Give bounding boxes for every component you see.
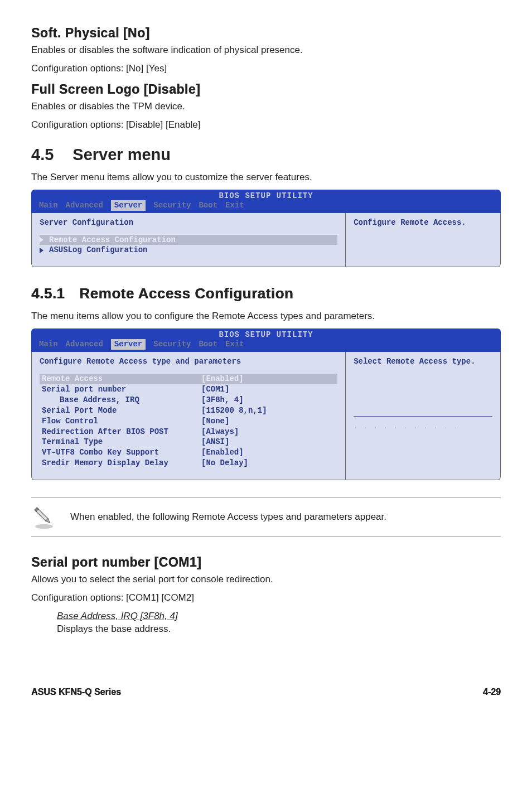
bios-param-value: [Enabled]: [201, 447, 244, 458]
note-text: When enabled, the following Remote Acces…: [70, 511, 386, 524]
bios-param-value: [Enabled]: [201, 374, 244, 384]
soft-physical-desc1: Enables or disables the software indicat…: [31, 44, 501, 57]
bios-item-asuslog-config[interactable]: ASUSLog Configuration: [40, 245, 337, 255]
bios-tab-server[interactable]: Server: [111, 200, 146, 211]
bios-param-name: Flow Control: [40, 416, 201, 427]
bios-param-row[interactable]: Terminal Type[ANSI]: [40, 437, 337, 447]
section-number: 4.5: [31, 144, 54, 166]
bios-tab-exit[interactable]: Exit: [225, 200, 244, 211]
bios-param-value: [3F8h, 4]: [201, 395, 244, 405]
bios-tab-boot[interactable]: Boot: [199, 339, 217, 350]
bios-help-pane: Configure Remote Access.: [346, 213, 501, 268]
subsection-title: Remote Access Configuration: [79, 284, 293, 303]
soft-physical-desc2: Configuration options: [No] [Yes]: [31, 62, 501, 75]
bios-param-name: Redirection After BIOS POST: [40, 427, 201, 437]
bios-help-ghost: . . . . . . . . . . .: [354, 424, 459, 430]
bios-tab-advanced[interactable]: Advanced: [66, 200, 103, 211]
bios-param-value: [Always]: [201, 427, 239, 437]
heading-soft-physical: Soft. Physical [No]: [31, 25, 501, 42]
bios-item-label: ASUSLog Configuration: [49, 245, 147, 254]
pencil-icon: [31, 504, 57, 530]
bios-param-value: [115200 8,n,1]: [201, 405, 267, 416]
bios-param-value: [None]: [201, 416, 229, 427]
bios-tab-security[interactable]: Security: [153, 339, 191, 350]
sub-text-base-address: Displays the base address.: [57, 623, 501, 636]
subsection-number: 4.5.1: [31, 284, 65, 303]
bios-param-name: VT-UTF8 Combo Key Support: [40, 447, 201, 458]
bios-param-value: [COM1]: [201, 384, 229, 395]
bios-tab-server[interactable]: Server: [111, 339, 146, 350]
bios-param-row[interactable]: Serial Port Mode[115200 8,n,1]: [40, 405, 337, 416]
bios-screenshot-remote-access: BIOS SETUP UTILITY Main Advanced Server …: [31, 328, 501, 480]
bios-param-row[interactable]: Base Address, IRQ[3F8h, 4]: [40, 395, 337, 405]
note-block: When enabled, the following Remote Acces…: [31, 497, 501, 537]
bios-param-value: [ANSI]: [201, 437, 229, 447]
bios-tab-boot[interactable]: Boot: [199, 200, 217, 211]
bios-param-value: [No Delay]: [201, 458, 248, 468]
section-title: Server menu: [72, 144, 171, 166]
bios-help-pane: Select Remote Access type. . . . . . . .…: [346, 352, 501, 480]
bios-tab-advanced[interactable]: Advanced: [66, 339, 103, 350]
bios-section-heading: Server Configuration: [40, 218, 337, 228]
footer-product: ASUS KFN5-Q Series: [31, 686, 121, 698]
bios-param-name: Remote Access: [40, 374, 201, 384]
bios-tab-exit[interactable]: Exit: [225, 339, 244, 350]
bios-param-name: Sredir Memory Display Delay: [40, 458, 201, 468]
bios-param-row[interactable]: Flow Control[None]: [40, 416, 337, 427]
sub-heading-base-address: Base Address, IRQ [3F8h, 4]: [57, 610, 501, 623]
footer-page: 4-29: [483, 686, 501, 698]
heading-full-screen-logo: Full Screen Logo [Disable]: [31, 81, 501, 98]
serial-desc2: Configuration options: [COM1] [COM2]: [31, 592, 501, 605]
svg-point-0: [35, 524, 53, 529]
bios-item-remote-access-config[interactable]: Remote Access Configuration: [40, 235, 337, 245]
bios-tab-row: Main Advanced Server Security Boot Exit: [39, 200, 493, 211]
arrow-icon: [40, 248, 43, 253]
bios-param-name: Serial Port Mode: [40, 405, 201, 416]
bios-item-label: Remote Access Configuration: [49, 235, 176, 244]
bios-tab-main[interactable]: Main: [39, 200, 58, 211]
arrow-icon: [40, 237, 43, 243]
bios-screenshot-server-config: BIOS SETUP UTILITY Main Advanced Server …: [31, 190, 501, 267]
bios-param-row[interactable]: VT-UTF8 Combo Key Support[Enabled]: [40, 447, 337, 458]
remote-desc: The menu items allow you to configure th…: [31, 310, 501, 323]
bios-param-row[interactable]: Redirection After BIOS POST[Always]: [40, 427, 337, 437]
bios-param-name: Base Address, IRQ: [40, 395, 201, 405]
bios-param-row[interactable]: Serial port number[COM1]: [40, 384, 337, 395]
bios-help-text: Select Remote Access type.: [354, 357, 475, 366]
bios-param-name: Terminal Type: [40, 437, 201, 447]
fsl-desc2: Configuration options: [Disable] [Enable…: [31, 119, 501, 132]
heading-serial-port-number: Serial port number [COM1]: [31, 554, 501, 571]
bios-tab-row: Main Advanced Server Security Boot Exit: [39, 339, 493, 350]
bios-section-heading: Configure Remote Access type and paramet…: [40, 356, 337, 367]
serial-desc1: Allows you to select the serial port for…: [31, 573, 501, 586]
bios-tab-security[interactable]: Security: [153, 200, 191, 211]
bios-param-row[interactable]: Remote Access[Enabled]: [40, 374, 337, 384]
bios-tab-main[interactable]: Main: [39, 339, 58, 350]
bios-param-row[interactable]: Sredir Memory Display Delay[No Delay]: [40, 458, 337, 468]
fsl-desc1: Enables or disables the TPM device.: [31, 100, 501, 113]
bios-param-name: Serial port number: [40, 384, 201, 395]
server-menu-desc: The Server menu items allow you to custo…: [31, 171, 501, 184]
